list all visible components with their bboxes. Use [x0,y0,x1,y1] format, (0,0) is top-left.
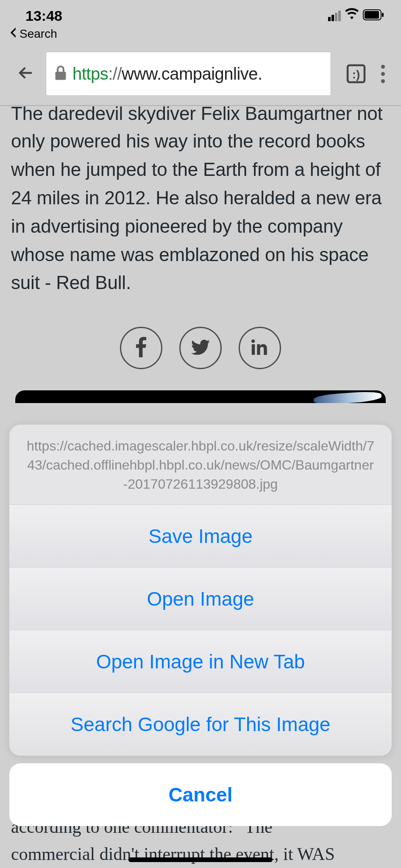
url-separator: :// [108,64,122,83]
search-google-image-button[interactable]: Search Google for This Image [9,693,392,756]
save-image-button[interactable]: Save Image [9,505,392,568]
wifi-icon [345,8,359,23]
menu-dot-icon [381,79,385,83]
url-host: www.campaignlive. [122,64,262,83]
menu-dot-icon [381,65,385,69]
svg-rect-1 [365,11,379,19]
twitter-icon [191,339,210,356]
url-text: https://www.campaignlive. [72,64,262,83]
status-time: 13:48 [25,8,62,24]
back-to-app-button[interactable]: Search [0,25,401,46]
article-image[interactable] [15,390,386,403]
cancel-button[interactable]: Cancel [9,763,392,826]
status-icons [328,8,384,23]
tabs-button[interactable]: :) [346,64,366,83]
article-paragraph: only powered his way into the record boo… [11,127,390,297]
page-content: The daredevil skydiver Felix Baumgartner… [0,106,401,403]
svg-text::): :) [352,68,360,81]
address-bar[interactable]: https://www.campaignlive. [46,52,331,96]
cellular-signal-icon [328,11,341,21]
svg-rect-3 [56,72,66,80]
lock-icon [55,65,67,82]
menu-button[interactable] [377,61,393,86]
social-share-row [11,327,390,369]
home-indicator[interactable] [128,857,273,862]
browser-toolbar: https://www.campaignlive. :) [0,46,401,105]
action-sheet: https://cached.imagescaler.hbpl.co.uk/re… [9,425,392,826]
facebook-icon [136,337,146,359]
nav-back-button[interactable] [17,64,35,83]
share-facebook-button[interactable] [120,327,162,369]
url-protocol: https [72,64,108,83]
battery-icon [363,9,384,22]
open-image-button[interactable]: Open Image [9,568,392,630]
linkedin-icon [251,339,268,357]
share-linkedin-button[interactable] [239,327,281,369]
action-sheet-title: https://cached.imagescaler.hbpl.co.uk/re… [9,425,392,505]
status-bar: 13:48 [0,0,401,25]
back-to-app-label: Search [19,27,57,41]
share-twitter-button[interactable] [179,327,222,369]
menu-dot-icon [381,72,385,76]
article-paragraph-cut: The daredevil skydiver Felix Baumgartner… [11,104,390,123]
back-caret-icon [10,27,17,41]
open-image-new-tab-button[interactable]: Open Image in New Tab [9,630,392,693]
svg-rect-2 [382,13,384,17]
